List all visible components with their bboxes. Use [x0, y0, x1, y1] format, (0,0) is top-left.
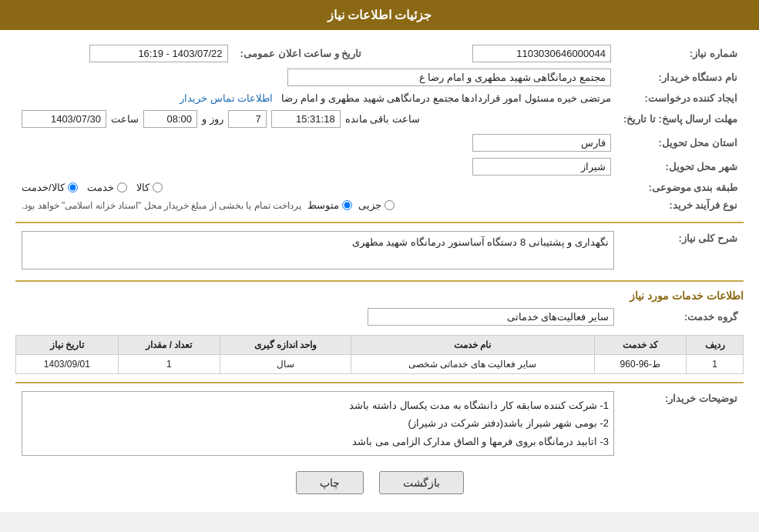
- service-group-box: سایر فعالیت‌های خدماتی: [368, 308, 614, 326]
- print-button[interactable]: چاپ: [296, 471, 364, 494]
- col-header-row: ردیف: [687, 336, 744, 355]
- need-number-label: شماره نیاز:: [617, 42, 744, 65]
- need-number-box: 1103030646000044: [472, 45, 611, 62]
- need-number-value: 1103030646000044: [398, 42, 617, 65]
- description-cell: نگهداری و پشتیبانی 8 دستگاه آساسنور درما…: [15, 228, 620, 273]
- category-option-label-kh: خدمت: [87, 182, 114, 193]
- deadline-remaining: 15:31:18: [271, 110, 341, 128]
- province-label: استان محل تحویل:: [617, 131, 744, 155]
- back-button[interactable]: بازگشت: [379, 471, 464, 494]
- cell-unit: سال: [220, 355, 351, 374]
- page-wrapper: جزئیات اطلاعات نیاز شماره نیاز: 11030306…: [0, 0, 759, 512]
- note-line-3: 3- اتابید درمانگاه بروی فرمها و الصاق مد…: [27, 433, 609, 450]
- purchase-type-row: پرداخت تمام یا بخشی از مبلغ خریدار محل "…: [22, 199, 611, 211]
- creator-row: مرتضی خیره مسئول امور قراردادها مجتمع در…: [15, 89, 617, 107]
- purchase-label-jozi: جزیی: [358, 199, 381, 211]
- divider-3: [15, 382, 744, 383]
- divider-1: [15, 222, 744, 223]
- cell-row: 1: [687, 355, 744, 374]
- divider-2: [15, 280, 744, 282]
- buyer-org-value: مجتمع درمانگاهی شهید مطهری و امام رضا ع: [15, 65, 617, 89]
- description-label: شرح کلی نیاز:: [620, 228, 744, 273]
- category-option-kala[interactable]: کالا: [136, 182, 163, 193]
- note-line-1: 1- شرکت کننده سابقه کار دانشگاه به مدت ی…: [27, 396, 609, 414]
- purchase-note: پرداخت تمام یا بخشی از مبلغ خریدار محل "…: [22, 200, 301, 211]
- creator-label: ایجاد کننده درخواست:: [617, 89, 744, 107]
- category-option-label-kk: کالا/خدمت: [22, 182, 65, 193]
- buyer-org-box: مجتمع درمانگاهی شهید مطهری و امام رضا ع: [287, 69, 611, 86]
- creator-link[interactable]: اطلاعات تماس خریدار: [180, 92, 273, 104]
- page-title: جزئیات اطلاعات نیاز: [327, 8, 432, 22]
- col-header-name: نام خدمت: [351, 336, 595, 355]
- page-header: جزئیات اطلاعات نیاز: [0, 0, 759, 30]
- purchase-label-motavasset: متوسط: [307, 199, 339, 211]
- deadline-time-label: ساعت: [111, 113, 139, 125]
- main-content: شماره نیاز: 1103030646000044 تاریخ و ساع…: [0, 30, 759, 512]
- deadline-days: 7: [228, 110, 267, 128]
- deadline-row: 1403/07/30 ساعت 08:00 روز و 7 15:31:18 س…: [15, 107, 617, 131]
- service-group-label: گروه خدمت:: [620, 305, 744, 329]
- deadline-date: 1403/07/30: [22, 110, 106, 128]
- buyer-notes-cell: 1- شرکت کننده سابقه کار دانشگاه به مدت ی…: [15, 388, 620, 459]
- province-value: فارس: [472, 134, 611, 152]
- col-header-unit: واحد اندازه گیری: [220, 336, 351, 355]
- description-table: شرح کلی نیاز: نگهداری و پشتیبانی 8 دستگا…: [15, 228, 744, 273]
- purchase-radio-motavasset[interactable]: [342, 200, 352, 210]
- cell-code: ط-96-960: [594, 355, 686, 374]
- category-radio-kk[interactable]: [68, 182, 78, 192]
- table-row: 1 ط-96-960 سایر فعالیت های خدماتی شخصی س…: [16, 355, 744, 374]
- category-label: طبقه بندی موضوعی:: [617, 179, 744, 196]
- col-header-qty: تعداد / مقدار: [118, 336, 220, 355]
- category-option-khadamat[interactable]: خدمت: [87, 182, 127, 193]
- purchase-type-jozi[interactable]: جزیی: [358, 199, 395, 211]
- service-group-value: سایر فعالیت‌های خدماتی: [15, 305, 620, 329]
- col-header-code: کد خدمت: [594, 336, 686, 355]
- notes-table: توضیحات خریدار: 1- شرکت کننده سابقه کار …: [15, 388, 744, 459]
- category-radio-group: کالا/خدمت خدمت کالا: [22, 182, 611, 193]
- button-row: بازگشت چاپ: [15, 471, 744, 494]
- announce-date-label: تاریخ و ساعت اعلان عمومی:: [234, 42, 368, 65]
- buyer-notes-label: توضیحات خریدار:: [620, 388, 744, 459]
- buyer-org-label: نام دستگاه خریدار:: [617, 65, 744, 89]
- purchase-type-label: نوع فرآیند خرید:: [617, 196, 744, 214]
- announce-date-value: 1403/07/22 - 16:19: [15, 42, 234, 65]
- deadline-day-label: روز و: [202, 113, 223, 125]
- category-radio-kh[interactable]: [117, 182, 127, 192]
- cell-date: 1403/09/01: [16, 355, 119, 374]
- description-box: نگهداری و پشتیبانی 8 دستگاه آساسنور درما…: [22, 231, 614, 269]
- info-table-top: شماره نیاز: 1103030646000044 تاریخ و ساع…: [15, 42, 744, 214]
- deadline-remaining-label: ساعت باقی مانده: [345, 113, 420, 125]
- city-value: شیراز: [472, 158, 611, 176]
- col-header-date: تاریخ نیاز: [16, 336, 119, 355]
- services-section-title: اطلاعات خدمات مورد نیاز: [15, 286, 744, 305]
- announce-date-box: 1403/07/22 - 16:19: [89, 45, 228, 62]
- city-label: شهر محل تحویل:: [617, 155, 744, 179]
- buyer-notes-box: 1- شرکت کننده سابقه کار دانشگاه به مدت ی…: [22, 391, 614, 456]
- service-table: ردیف کد خدمت نام خدمت واحد اندازه گیری ت…: [15, 335, 744, 374]
- category-radio-k[interactable]: [153, 182, 163, 192]
- creator-value: مرتضی خیره مسئول امور قراردادها مجتمع در…: [281, 92, 611, 104]
- cell-name: سایر فعالیت های خدماتی شخصی: [351, 355, 595, 374]
- category-option-label-k: کالا: [136, 182, 149, 193]
- service-group-table: گروه خدمت: سایر فعالیت‌های خدماتی: [15, 305, 744, 329]
- purchase-radio-jozi[interactable]: [385, 200, 395, 210]
- cell-qty: 1: [118, 355, 220, 374]
- deadline-label: مهلت ارسال پاسخ: تا تاریخ:: [617, 107, 744, 131]
- category-option-kala-khadamat[interactable]: کالا/خدمت: [22, 182, 78, 193]
- deadline-time: 08:00: [143, 110, 197, 128]
- note-line-2: 2- بومی شهر شیراز باشد(دفتر شرکت در شیرا…: [27, 414, 609, 432]
- purchase-type-motavasset[interactable]: متوسط: [307, 199, 352, 211]
